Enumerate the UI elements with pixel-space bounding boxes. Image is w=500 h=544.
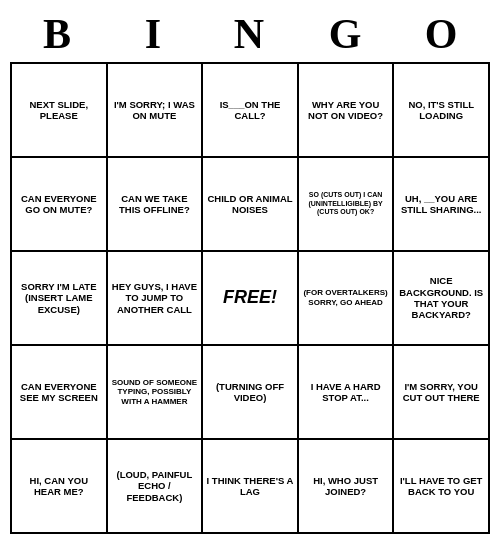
bingo-cell: UH, __YOU ARE STILL SHARING...: [394, 158, 490, 252]
bingo-letter: B: [14, 10, 102, 58]
bingo-cell: HI, WHO JUST JOINED?: [299, 440, 395, 534]
bingo-cell: I HAVE A HARD STOP AT...: [299, 346, 395, 440]
bingo-title: BINGO: [10, 10, 490, 58]
bingo-cell: Free!: [203, 252, 299, 346]
bingo-letter: I: [110, 10, 198, 58]
bingo-cell: NICE BACKGROUND. IS THAT YOUR BACKYARD?: [394, 252, 490, 346]
bingo-grid: NEXT SLIDE, PLEASEI'M SORRY; I WAS ON MU…: [10, 62, 490, 534]
bingo-cell: NEXT SLIDE, PLEASE: [12, 64, 108, 158]
bingo-cell: CAN WE TAKE THIS OFFLINE?: [108, 158, 204, 252]
bingo-cell: I THINK THERE'S A LAG: [203, 440, 299, 534]
bingo-cell: SOUND OF SOMEONE TYPING, POSSIBLY WITH A…: [108, 346, 204, 440]
bingo-cell: SO (CUTS OUT) I CAN (UNINTELLIGIBLE) BY …: [299, 158, 395, 252]
bingo-cell: WHY ARE YOU NOT ON VIDEO?: [299, 64, 395, 158]
bingo-cell: I'M SORRY, YOU CUT OUT THERE: [394, 346, 490, 440]
bingo-letter: O: [398, 10, 486, 58]
bingo-cell: (TURNING OFF VIDEO): [203, 346, 299, 440]
bingo-cell: I'M SORRY; I WAS ON MUTE: [108, 64, 204, 158]
bingo-letter: G: [302, 10, 390, 58]
bingo-cell: HEY GUYS, I HAVE TO JUMP TO ANOTHER CALL: [108, 252, 204, 346]
bingo-cell: HI, CAN YOU HEAR ME?: [12, 440, 108, 534]
bingo-cell: CAN EVERYONE SEE MY SCREEN: [12, 346, 108, 440]
bingo-cell: (LOUD, PAINFUL ECHO / FEEDBACK): [108, 440, 204, 534]
bingo-cell: (FOR OVERTALKERS) SORRY, GO AHEAD: [299, 252, 395, 346]
bingo-cell: CAN EVERYONE GO ON MUTE?: [12, 158, 108, 252]
bingo-cell: IS___ON THE CALL?: [203, 64, 299, 158]
bingo-cell: NO, IT'S STILL LOADING: [394, 64, 490, 158]
bingo-cell: SORRY I'M LATE (INSERT LAME EXCUSE): [12, 252, 108, 346]
bingo-letter: N: [206, 10, 294, 58]
bingo-cell: I'LL HAVE TO GET BACK TO YOU: [394, 440, 490, 534]
bingo-cell: CHILD OR ANIMAL NOISES: [203, 158, 299, 252]
